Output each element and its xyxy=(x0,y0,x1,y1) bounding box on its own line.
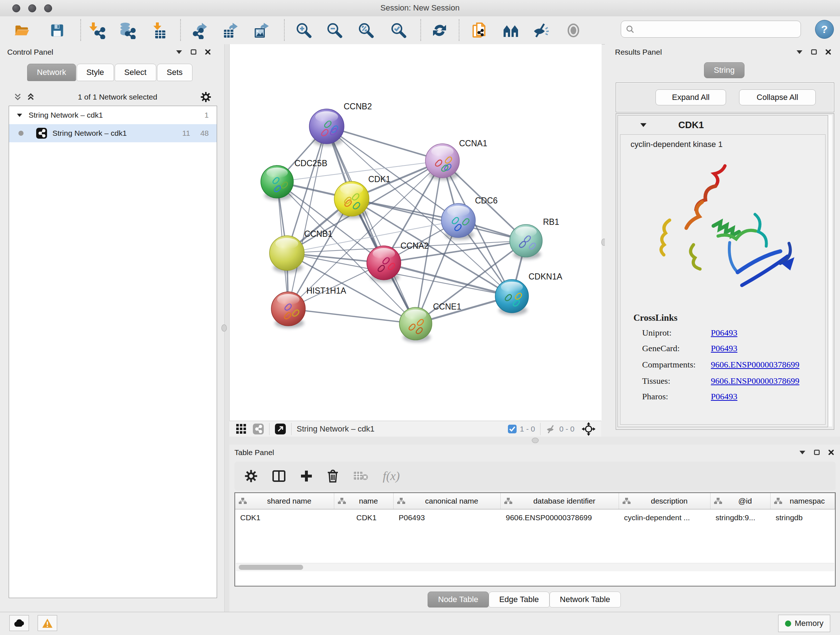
node-HIST1H1A[interactable]: HIST1H1A xyxy=(271,286,347,328)
save-session-button[interactable] xyxy=(48,21,66,40)
crosslink-link[interactable]: 9606.ENSP00000378699 xyxy=(711,360,799,370)
table-row[interactable]: CDK1CDK1P064939606.ENSP00000378699cyclin… xyxy=(235,509,835,526)
expand-all-button[interactable]: Expand All xyxy=(655,89,726,105)
node-CDC6[interactable]: CDC6 xyxy=(441,196,498,240)
panel-menu-icon[interactable] xyxy=(176,50,182,54)
cell--id[interactable]: stringdb:9... xyxy=(711,513,771,522)
delete-column-icon[interactable] xyxy=(327,470,339,483)
help-button[interactable]: ? xyxy=(815,20,834,39)
panel-menu-icon[interactable] xyxy=(797,50,802,54)
tab-style[interactable]: Style xyxy=(77,64,114,81)
column-header--id[interactable]: @id xyxy=(711,493,771,509)
selected-checkbox-icon[interactable] xyxy=(508,424,517,434)
search-input[interactable] xyxy=(621,21,801,38)
node-RB1[interactable]: RB1 xyxy=(510,217,559,259)
crosslink-link[interactable]: P06493 xyxy=(711,328,737,338)
network-collection-row[interactable]: String Network – cdk1 1 xyxy=(9,106,217,124)
import-database-button[interactable] xyxy=(118,21,136,40)
tab-node-table[interactable]: Node Table xyxy=(428,592,489,608)
cell-namespac[interactable]: stringdb xyxy=(771,513,835,522)
crosslink-link[interactable]: 9606.ENSP00000378699 xyxy=(711,376,799,386)
network-canvas[interactable]: CCNB2CCNA1CDC25BCDK1CDC6RB1CCNB1CCNA2CDK… xyxy=(229,44,602,421)
cell-canonical-name[interactable]: P06493 xyxy=(393,513,501,522)
zoom-fit-button[interactable] xyxy=(357,21,375,40)
horizontal-splitter-handle[interactable] xyxy=(532,438,538,443)
tab-sets[interactable]: Sets xyxy=(157,64,193,81)
refresh-button[interactable] xyxy=(431,21,448,40)
crosslink-link[interactable]: P06493 xyxy=(711,392,737,402)
zoom-selected-button[interactable] xyxy=(390,21,408,40)
cell-description[interactable]: cyclin-dependent ... xyxy=(619,513,711,522)
cell-database-identifier[interactable]: 9606.ENSP00000378699 xyxy=(501,513,619,522)
tab-string[interactable]: String xyxy=(704,62,745,78)
open-session-button[interactable] xyxy=(13,21,31,40)
edge-CCNB2-CCNA1[interactable] xyxy=(327,126,442,161)
column-header-database-identifier[interactable]: database identifier xyxy=(501,493,619,509)
panel-float-icon[interactable] xyxy=(191,49,196,55)
result-entry-header[interactable]: CDK1 xyxy=(618,116,828,134)
network-graph[interactable]: CCNB2CCNA1CDC25BCDK1CDC6RB1CCNB1CCNA2CDK… xyxy=(230,44,602,421)
tab-network[interactable]: Network xyxy=(27,64,76,81)
duplicate-network-button[interactable] xyxy=(471,21,489,40)
panel-float-icon[interactable] xyxy=(814,450,820,455)
import-table-button[interactable] xyxy=(151,21,169,40)
column-header-name[interactable]: name xyxy=(334,493,393,509)
crosslink-link[interactable]: P06493 xyxy=(711,344,737,353)
edge-CCNB2-HIST1H1A[interactable] xyxy=(288,126,327,309)
grid-view-icon[interactable] xyxy=(236,424,247,434)
export-table-button[interactable] xyxy=(221,21,240,40)
edge-CCNA2-CDKN1A[interactable] xyxy=(384,263,512,296)
panel-float-icon[interactable] xyxy=(811,49,817,55)
show-all-button[interactable] xyxy=(564,21,583,40)
fit-content-crosshair-icon[interactable] xyxy=(582,422,595,436)
hide-selected-button[interactable] xyxy=(531,21,549,40)
network-share-icon[interactable] xyxy=(253,423,264,435)
expand-all-icon[interactable] xyxy=(27,93,35,101)
panel-close-icon[interactable] xyxy=(829,450,834,455)
left-splitter-handle[interactable] xyxy=(221,325,227,332)
add-column-icon[interactable] xyxy=(300,470,313,482)
panel-menu-icon[interactable] xyxy=(799,451,805,454)
network-row-selected[interactable]: String Network – cdk1 11 48 xyxy=(9,124,217,142)
first-neighbors-button[interactable] xyxy=(502,21,520,40)
column-header-shared-name[interactable]: shared name xyxy=(235,493,334,509)
table-settings-gear-icon[interactable] xyxy=(245,470,257,483)
table-hscrollbar-thumb[interactable] xyxy=(239,565,303,570)
toolbar-separator xyxy=(180,19,181,41)
entry-collapse-icon[interactable] xyxy=(640,123,646,127)
network-options-gear-icon[interactable] xyxy=(201,92,211,103)
tab-select[interactable]: Select xyxy=(115,64,156,81)
edge-HIST1H1A-CCNE1[interactable] xyxy=(288,309,416,324)
export-image-button[interactable] xyxy=(252,21,270,40)
import-network-button[interactable] xyxy=(88,21,107,40)
node-CDKN1A[interactable]: CDKN1A xyxy=(495,272,562,315)
column-header-namespac[interactable]: namespac xyxy=(771,493,835,509)
horizontal-splitter[interactable] xyxy=(229,437,840,445)
edge-CDK1-RB1[interactable] xyxy=(352,199,526,241)
panel-close-icon[interactable] xyxy=(205,49,210,55)
birdseye-view-icon[interactable] xyxy=(275,423,286,435)
tab-network-table[interactable]: Network Table xyxy=(549,592,621,608)
table-hscrollbar-track[interactable] xyxy=(236,563,834,571)
tab-edge-table[interactable]: Edge Table xyxy=(489,592,549,608)
column-header-description[interactable]: description xyxy=(619,493,711,509)
export-network-button[interactable] xyxy=(191,21,209,40)
cell-name[interactable]: CDK1 xyxy=(334,513,393,522)
node-CCNA1[interactable]: CCNA1 xyxy=(425,139,487,180)
collapse-all-icon[interactable] xyxy=(14,93,22,101)
show-columns-icon[interactable] xyxy=(272,470,286,482)
node-CCNB2[interactable]: CCNB2 xyxy=(309,102,372,146)
memory-button[interactable]: Memory xyxy=(778,615,830,632)
cloud-status-button[interactable] xyxy=(9,615,29,631)
column-header-canonical-name[interactable]: canonical name xyxy=(393,493,501,509)
tree-expand-icon[interactable] xyxy=(17,114,22,117)
zoom-in-button[interactable] xyxy=(295,21,313,40)
warnings-button[interactable] xyxy=(38,615,57,631)
panel-close-icon[interactable] xyxy=(826,49,831,55)
collapse-all-button[interactable]: Collapse All xyxy=(739,89,816,105)
cell-shared-name[interactable]: CDK1 xyxy=(235,513,334,522)
title-bar: Session: New Session xyxy=(0,0,840,17)
results-scrollbar-track[interactable] xyxy=(829,115,832,426)
network-list-header: 1 of 1 Network selected xyxy=(9,89,216,105)
zoom-out-button[interactable] xyxy=(325,21,344,40)
